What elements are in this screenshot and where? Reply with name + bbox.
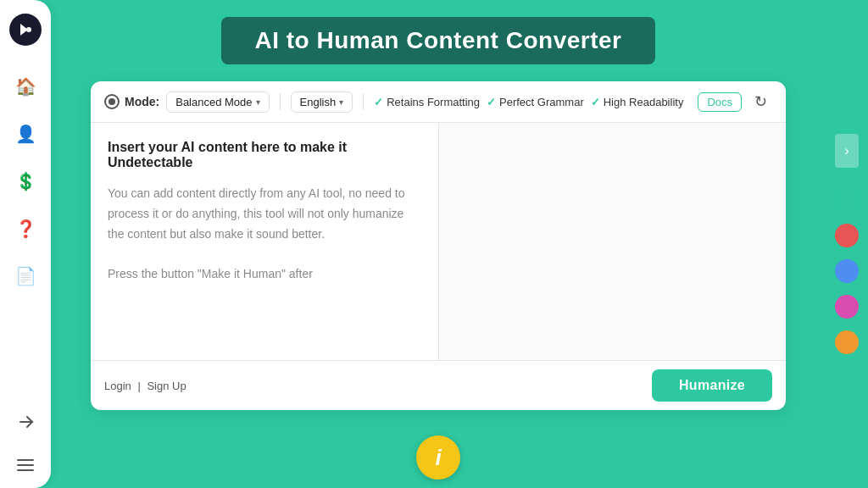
toolbar-divider-2	[363, 93, 364, 110]
feature-formatting-label: Retains Formatting	[387, 96, 480, 108]
sidebar-item-home[interactable]: 🏠	[12, 73, 39, 100]
feature-readability-label: High Readability	[604, 96, 684, 108]
right-panel: ›	[826, 0, 868, 488]
swatch-blue[interactable]	[835, 259, 859, 283]
input-panel[interactable]: Insert your AI content here to make it U…	[91, 123, 439, 360]
chevron-down-icon: ▾	[256, 97, 260, 107]
page-title: AI to Human Content Converter	[255, 27, 622, 53]
feature-formatting: ✓ Retains Formatting	[374, 96, 480, 108]
sidebar-item-login[interactable]	[12, 408, 39, 435]
check-icon-3: ✓	[591, 96, 600, 108]
toolbar: Mode: Balanced Mode ▾ English ▾ ✓ Retain…	[91, 81, 786, 123]
hamburger-menu[interactable]	[14, 456, 37, 474]
input-body: You can add content directly from any AI…	[108, 184, 421, 285]
sidebar-logo[interactable]	[9, 14, 42, 46]
title-container: AI to Human Content Converter	[221, 17, 656, 64]
sidebar-item-billing[interactable]: 💲	[12, 168, 39, 195]
sidebar: 🏠 👤 💲 ❓ 📄	[0, 0, 51, 488]
mode-value: Balanced Mode	[175, 96, 252, 108]
mode-circle-icon	[104, 94, 120, 109]
login-link[interactable]: Login	[104, 380, 131, 392]
check-icon: ✓	[374, 96, 383, 108]
swatch-red[interactable]	[835, 224, 859, 247]
swatch-orange[interactable]	[835, 330, 859, 354]
feature-grammar-label: Perfect Grammar	[499, 96, 584, 108]
info-button[interactable]: i	[416, 435, 460, 480]
swatch-pink[interactable]	[835, 295, 859, 319]
signup-link[interactable]: Sign Up	[147, 380, 186, 392]
humanize-button[interactable]: Humanize	[652, 369, 772, 402]
refresh-button[interactable]: ↻	[748, 90, 772, 114]
sidebar-item-profile[interactable]: 👤	[12, 120, 39, 147]
converter-box: Mode: Balanced Mode ▾ English ▾ ✓ Retain…	[91, 81, 786, 410]
language-dropdown[interactable]: English ▾	[291, 92, 353, 113]
main-content: AI to Human Content Converter Mode: Bala…	[51, 0, 826, 488]
feature-grammar: ✓ Perfect Grammar	[487, 96, 584, 108]
input-title: Insert your AI content here to make it U…	[108, 140, 421, 170]
editor-area: Insert your AI content here to make it U…	[91, 123, 786, 360]
sidebar-item-help[interactable]: ❓	[12, 215, 39, 242]
bottom-bar: Login | Sign Up Humanize	[91, 360, 786, 410]
mode-label: Mode:	[125, 95, 159, 108]
toolbar-divider	[280, 93, 281, 110]
output-panel	[439, 123, 787, 360]
toolbar-actions: Docs ↻	[698, 90, 772, 114]
auth-links: Login | Sign Up	[104, 380, 186, 392]
panel-chevron-button[interactable]: ›	[835, 134, 859, 168]
check-icon-2: ✓	[487, 96, 496, 108]
docs-button[interactable]: Docs	[698, 92, 742, 112]
feature-readability: ✓ High Readability	[591, 96, 684, 108]
auth-separator: |	[137, 380, 140, 392]
lang-chevron-icon: ▾	[339, 97, 343, 107]
swatch-green[interactable]	[835, 188, 859, 212]
sidebar-item-docs[interactable]: 📄	[12, 263, 39, 290]
mode-indicator: Mode:	[104, 94, 159, 109]
mode-dropdown[interactable]: Balanced Mode ▾	[166, 92, 269, 113]
language-value: English	[300, 96, 337, 108]
svg-point-0	[26, 27, 31, 32]
